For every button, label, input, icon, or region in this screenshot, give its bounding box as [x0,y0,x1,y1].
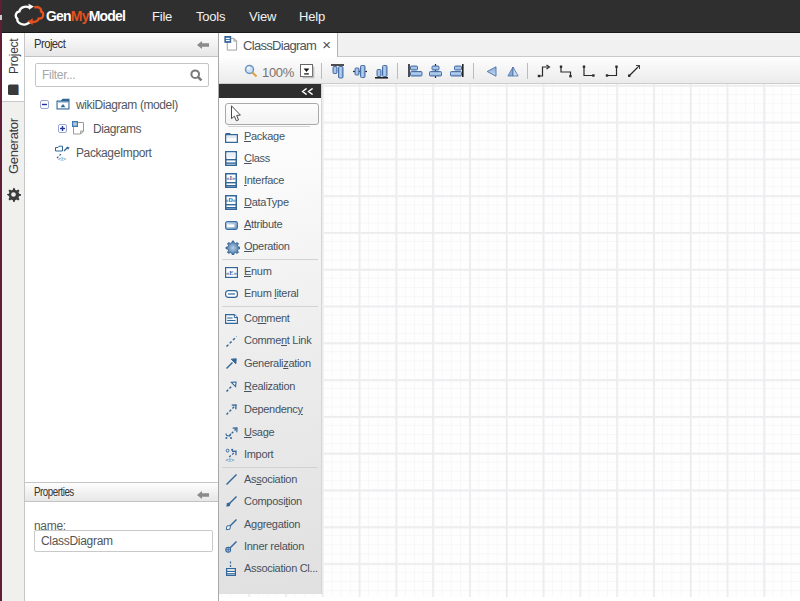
svg-text:«D»: «D» [225,197,235,203]
svg-text:˂I˃: ˂I˃ [58,156,66,162]
svg-text:«E»: «E» [226,269,237,276]
svg-text:˂I˃: ˂I˃ [226,457,235,462]
svg-text:«I»: «I» [226,174,235,181]
